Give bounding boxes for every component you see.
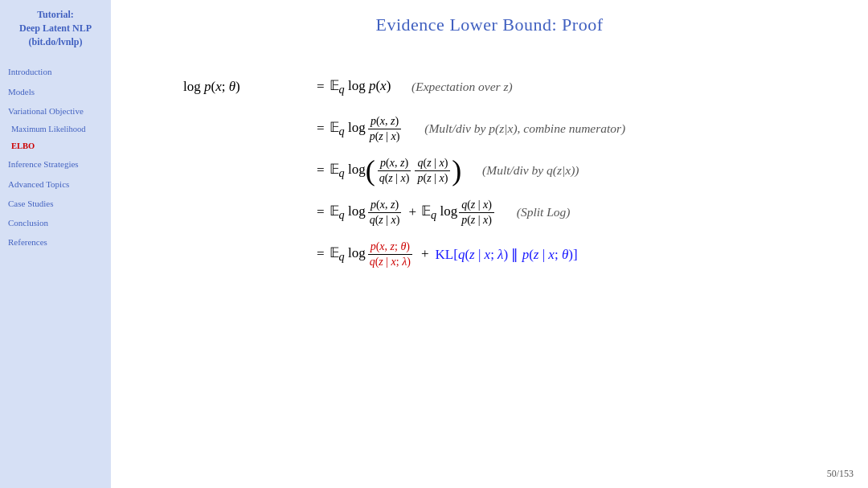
main-content: Evidence Lower Bound: Proof log p(x; θ) … (111, 0, 868, 488)
eq-rhs-5: 𝔼q log p(x, z; θ) q(z | x; λ) + KL[q(z |… (330, 240, 578, 269)
sidebar-title: Tutorial: Deep Latent NLP (bit.do/lvnlp) (13, 8, 98, 48)
eq-rhs-1: 𝔼q log p(x) (Expectation over z) (330, 77, 513, 96)
frac-4a: p(x, z) q(z | x) (367, 199, 403, 227)
left-paren-3: ( (366, 156, 375, 185)
math-content: log p(x; θ) = 𝔼q log p(x) (Expectation o… (135, 58, 844, 480)
sidebar-item-casestudies[interactable]: Case Studies (8, 198, 54, 209)
right-paren-3: ) (452, 156, 461, 185)
eq-equals-1: = (317, 79, 325, 95)
page-number: 50/153 (827, 468, 854, 480)
eq-line-4: = 𝔼q log p(x, z) q(z | x) + 𝔼q log q(z |… (183, 191, 844, 233)
frac-2: p(x, z) p(z | x) (367, 115, 403, 143)
sidebar-item-variational[interactable]: Variational Objective (8, 105, 84, 117)
frac-3b: q(z | x) p(z | x) (415, 157, 450, 185)
eq-rhs-3: 𝔼q log ( p(x, z) q(z | x) q(z | x) p(z |… (330, 156, 579, 185)
annotation-1: (Expectation over z) (405, 80, 512, 94)
eq-rhs-4: 𝔼q log p(x, z) q(z | x) + 𝔼q log q(z | x… (330, 199, 571, 227)
frac-5: p(x, z; θ) q(z | x; λ) (367, 240, 413, 269)
annotation-3: (Mult/div by q(z|x)) (476, 163, 579, 178)
sidebar-item-introduction[interactable]: Introduction (8, 66, 51, 77)
sidebar: Tutorial: Deep Latent NLP (bit.do/lvnlp)… (0, 0, 111, 488)
eq-rhs-2: 𝔼q log p(x, z) p(z | x) (Mult/div by p(z… (330, 115, 626, 143)
annotation-2: (Mult/div by p(z|x), combine numerator) (418, 121, 625, 136)
frac-3a: p(x, z) q(z | x) (377, 157, 412, 185)
eq-lhs-1: log p(x; θ) (183, 79, 312, 95)
sidebar-nav: Introduction Models Variational Objectiv… (0, 66, 111, 248)
eq-equals-3: = (317, 162, 325, 178)
sidebar-item-models[interactable]: Models (8, 86, 35, 97)
eq-line-1: log p(x; θ) = 𝔼q log p(x) (Expectation o… (183, 66, 844, 108)
eq-line-3: = 𝔼q log ( p(x, z) q(z | x) q(z | x) p(z… (183, 150, 844, 191)
eq-line-5: = 𝔼q log p(x, z; θ) q(z | x; λ) + KL[q(z… (183, 233, 844, 275)
kl-term: KL[q(z | x; λ) ‖ p(z | x; θ)] (436, 246, 578, 263)
sidebar-item-maxlikelihood[interactable]: Maximum Likelihood (8, 125, 85, 133)
sidebar-item-elbo[interactable]: ELBO (8, 141, 35, 150)
frac-4b: q(z | x) p(z | x) (459, 199, 494, 227)
eq-equals-5: = (317, 246, 325, 262)
eq-equals-2: = (317, 121, 325, 137)
annotation-4: (Split Log) (510, 205, 571, 219)
eq-line-2: = 𝔼q log p(x, z) p(z | x) (Mult/div by p… (183, 108, 844, 150)
sidebar-item-references[interactable]: References (8, 236, 47, 248)
slide-title: Evidence Lower Bound: Proof (135, 14, 844, 35)
sidebar-item-conclusion[interactable]: Conclusion (8, 217, 48, 228)
sidebar-item-inference[interactable]: Inference Strategies (8, 158, 79, 170)
eq-equals-4: = (317, 204, 325, 220)
sidebar-item-advanced[interactable]: Advanced Topics (8, 178, 69, 190)
